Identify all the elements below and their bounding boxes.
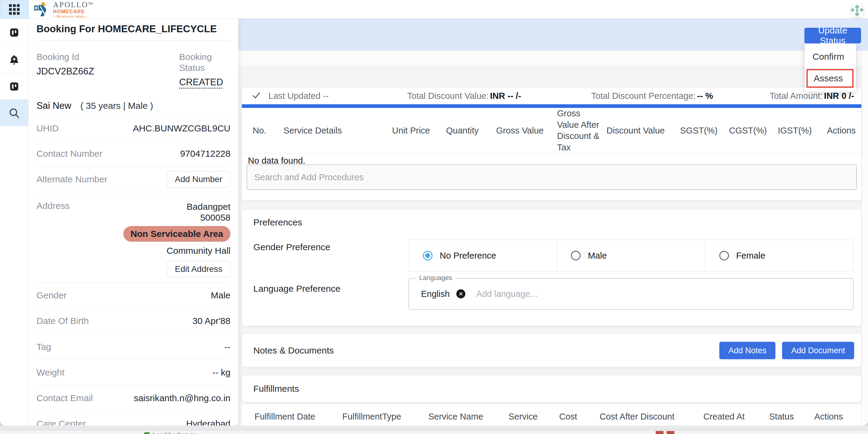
update-status-button[interactable]: Update Status: [804, 28, 861, 43]
gender-option-no-preference[interactable]: No Preference: [409, 240, 557, 271]
fulfillments-column-2: Service Name: [428, 412, 483, 422]
total-discount-percentage-amount: -- %: [697, 91, 713, 101]
add-number-button[interactable]: Add Number: [167, 171, 230, 188]
check-icon: [251, 91, 261, 101]
fulfillments-column-1: FulfillmentType: [342, 412, 401, 422]
contact-number-row: Contact Number 9704712228: [36, 141, 230, 166]
search-procedures-input[interactable]: [247, 165, 857, 190]
add-language-input[interactable]: [476, 289, 657, 299]
add-document-button[interactable]: Add Document: [782, 342, 854, 359]
avatar-pattern-icon: [850, 3, 864, 18]
rail-item-search[interactable]: [0, 100, 28, 126]
dob-label: Date Of Birth: [36, 316, 89, 326]
care-center-row: Care Center Hyderabad: [36, 411, 230, 426]
gender-option-male[interactable]: Male: [557, 240, 705, 271]
user-avatar[interactable]: [850, 3, 864, 18]
radio-icon[interactable]: [571, 251, 581, 260]
local-backup-text: Local backup on: [153, 431, 197, 434]
preferences-title: Preferences: [242, 209, 861, 228]
services-column-8: CGST(%): [729, 126, 767, 136]
brand-tagline: —We are your family—: [53, 15, 93, 18]
top-bar: APOLLOTM HOMECARE —We are your family—: [0, 0, 868, 19]
care-center-label: Care Center: [36, 419, 86, 426]
backup-icon: [144, 432, 150, 434]
contact-email-row: Contact Email saisrikanth.n@hng.co.in: [36, 385, 230, 411]
services-summary-row: Last Updated -- Total Discount Value: IN…: [242, 88, 861, 104]
services-column-10: Actions: [827, 126, 856, 136]
fulfillments-column-3: Service: [508, 412, 538, 422]
address-line2: Community Hall: [166, 245, 230, 257]
background-window-strip: Local backup on: [0, 426, 868, 434]
rail-item-notifications[interactable]: [0, 47, 28, 73]
weight-label: Weight: [36, 367, 65, 378]
services-column-0: No.: [253, 126, 266, 136]
uhid-value: AHC.BUNWZCGBL9CU: [133, 123, 230, 134]
services-column-1: Service Details: [283, 126, 342, 136]
brand-name-top: APOLLOTM: [53, 1, 93, 8]
services-table-header: No.Service DetailsUnit PriceQuantityGros…: [242, 108, 861, 153]
window-fragment: [656, 431, 663, 434]
apps-menu-button[interactable]: [0, 0, 29, 19]
main-content: Update Status Confirm Assess Last Update…: [238, 19, 868, 426]
booking-status-value[interactable]: CREATED: [179, 76, 230, 88]
preferences-card: Preferences Gender Preference No Prefere…: [242, 209, 861, 326]
weight-row: Weight -- kg: [36, 360, 230, 385]
language-preference-label: Language Preference: [253, 283, 341, 294]
background-window-edge: Local backup on: [0, 430, 868, 434]
address-label: Address: [36, 192, 70, 211]
table-accent-bar: [242, 104, 861, 108]
fulfillments-table-header: Fulfillment DateFulfillmentTypeService N…: [242, 404, 861, 426]
rail-item-board[interactable]: [0, 19, 28, 47]
patient-name: Sai New: [36, 100, 71, 111]
fulfillments-column-7: Status: [769, 412, 794, 422]
menu-item-confirm[interactable]: Confirm: [805, 47, 856, 66]
remove-language-icon[interactable]: [456, 289, 465, 298]
radio-icon[interactable]: [423, 251, 433, 260]
gender-preference-group: No PreferenceMaleFemale: [409, 240, 854, 272]
contact-email-value: saisrikanth.n@hng.co.in: [134, 393, 230, 403]
divider: [242, 153, 861, 154]
radio-icon[interactable]: [719, 251, 729, 260]
address-line1: Badangpet: [187, 201, 230, 212]
fulfillments-column-6: Created At: [703, 412, 745, 422]
services-column-3: Quantity: [446, 126, 478, 136]
booking-id-label: Booking Id: [36, 52, 94, 62]
alternate-number-row: Alternate Number Add Number: [36, 166, 230, 192]
languages-fieldset: Languages English: [409, 278, 854, 309]
brand-trademark: TM: [88, 1, 93, 5]
total-discount-value-label: Total Discount Value:: [407, 91, 489, 101]
rail-item-projects[interactable]: [0, 73, 28, 100]
gender-option-female[interactable]: Female: [706, 240, 853, 271]
last-updated: Last Updated --: [269, 91, 329, 101]
services-column-5: Gross Value After Discount & Tax: [557, 108, 603, 154]
window-fragment: [666, 431, 674, 434]
languages-legend: Languages: [416, 274, 455, 282]
kanban-board-icon: [9, 81, 20, 92]
contact-email-label: Contact Email: [36, 393, 93, 403]
bell-plus-icon: [8, 54, 20, 66]
menu-item-assess[interactable]: Assess: [808, 70, 852, 87]
local-backup-status: Local backup on: [144, 431, 197, 434]
total-discount-percentage: Total Discount Percentage: -- %: [591, 91, 713, 101]
booking-title: Booking For HOMECARE_LIFECYCLE: [36, 23, 230, 35]
screen: APOLLOTM HOMECARE —We are your family—: [0, 0, 868, 434]
total-amount-label: Total Amount:: [770, 91, 823, 101]
alternate-number-label: Alternate Number: [36, 174, 107, 185]
dob-value: 30 Apr'88: [192, 316, 230, 326]
brand-name-bottom: HOMECARE: [53, 9, 93, 14]
fulfillments-column-8: Actions: [814, 412, 843, 422]
total-discount-percentage-label: Total Discount Percentage:: [591, 91, 696, 101]
services-column-7: SGST(%): [680, 126, 717, 136]
address-pincode: 500058: [200, 212, 230, 223]
notes-documents-title: Notes & Documents: [242, 345, 334, 356]
left-icon-rail: [0, 19, 29, 426]
divider: [36, 40, 230, 41]
gender-row: Gender Male: [36, 282, 230, 308]
services-column-4: Gross Value: [496, 126, 544, 136]
assess-annotation-box: Assess: [806, 69, 854, 88]
edit-address-button[interactable]: Edit Address: [167, 261, 230, 277]
services-column-2: Unit Price: [392, 126, 430, 136]
address-row: Address Badangpet 500058 Non Serviceable…: [36, 192, 230, 282]
vertical-scrollbar[interactable]: [861, 51, 868, 426]
add-notes-button[interactable]: Add Notes: [719, 342, 775, 359]
